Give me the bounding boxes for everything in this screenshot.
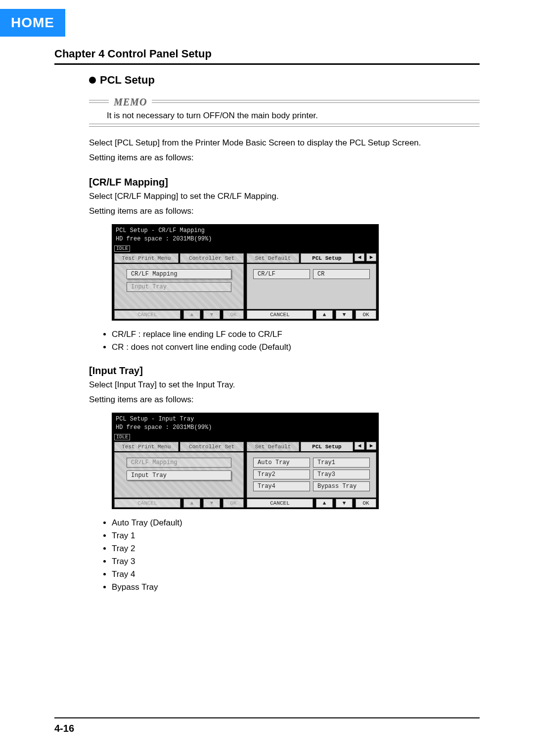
- lcd-tab-set-default[interactable]: Set Default: [247, 442, 299, 451]
- crlf-bullet: CR/LF : replace line ending LF code to C…: [112, 330, 480, 339]
- home-tab[interactable]: HOME: [0, 9, 65, 37]
- crlf-paragraph-1: Select [CR/LF Mapping] to set the CR/LF …: [89, 190, 480, 203]
- lcd-cancel-button-right[interactable]: CANCEL: [247, 310, 313, 319]
- lcd-cancel-button-right[interactable]: CANCEL: [247, 499, 313, 508]
- crlf-bullet: CR : does not convert line ending code (…: [112, 342, 480, 352]
- tray-heading: [Input Tray]: [89, 365, 480, 377]
- lcd-title: PCL Setup - CR/LF Mapping: [114, 227, 376, 235]
- lcd-option-tray2[interactable]: Tray2: [253, 470, 310, 479]
- lcd-option-auto-tray[interactable]: Auto Tray: [253, 458, 310, 468]
- lcd-cancel-button-left[interactable]: CANCEL: [114, 499, 180, 508]
- memo-text: It is not necessary to turn OFF/ON the m…: [89, 108, 480, 124]
- lcd-item-input-tray[interactable]: Input Tray: [127, 471, 231, 480]
- tray-bullet: Tray 1: [112, 531, 480, 541]
- lcd-hd-free: HD free space : 2031MB(99%): [114, 424, 376, 432]
- tray-bullet: Tray 4: [112, 569, 480, 579]
- lcd-nav-right-icon[interactable]: [366, 253, 376, 261]
- lcd-item-input-tray[interactable]: Input Tray: [127, 282, 231, 292]
- lcd-up-button-left[interactable]: [183, 499, 200, 508]
- page-number: 4-16: [54, 723, 74, 734]
- lcd-nav-right-icon[interactable]: [366, 442, 376, 450]
- lcd-option-tray4[interactable]: Tray4: [253, 481, 310, 491]
- lcd-ok-button-left[interactable]: OK: [223, 499, 244, 508]
- crlf-heading: [CR/LF Mapping]: [89, 177, 480, 188]
- tray-paragraph-2: Setting items are as follows:: [89, 393, 480, 406]
- lcd-nav-left-icon[interactable]: [355, 253, 364, 261]
- section-title: PCL Setup: [100, 74, 155, 87]
- lcd-panel-crlf: PCL Setup - CR/LF Mapping HD free space …: [112, 224, 379, 321]
- lcd-ok-button-left[interactable]: OK: [223, 310, 244, 319]
- lcd-cancel-button-left[interactable]: CANCEL: [114, 310, 180, 319]
- tray-paragraph-1: Select [Input Tray] to set the Input Tra…: [89, 378, 480, 391]
- tray-bullet: Bypass Tray: [112, 582, 480, 592]
- lcd-tab-test-print[interactable]: Test Print Menu: [114, 253, 178, 263]
- page-footer-rule: [54, 717, 480, 718]
- lcd-down-button-right[interactable]: [336, 499, 353, 508]
- lcd-tab-set-default[interactable]: Set Default: [247, 253, 299, 263]
- memo-rule-bottom-icon: [89, 124, 480, 127]
- lcd-item-crlf-mapping[interactable]: CR/LF Mapping: [127, 458, 231, 468]
- lcd-tab-test-print[interactable]: Test Print Menu: [114, 442, 178, 451]
- lcd-down-button-right[interactable]: [336, 310, 353, 319]
- chapter-title: Chapter 4 Control Panel Setup: [54, 47, 480, 60]
- lcd-title: PCL Setup - Input Tray: [114, 415, 376, 424]
- lcd-nav-left-icon[interactable]: [355, 442, 364, 450]
- lcd-ok-button-right[interactable]: OK: [356, 310, 376, 319]
- lcd-ok-button-right[interactable]: OK: [356, 499, 376, 508]
- lcd-tab-pcl-setup[interactable]: PCL Setup: [301, 442, 353, 451]
- memo-rule-right-icon: [152, 100, 480, 105]
- lcd-status: IDLE: [114, 245, 130, 252]
- tray-bullet: Auto Tray (Default): [112, 518, 480, 528]
- lcd-down-button-left[interactable]: [203, 499, 220, 508]
- intro-paragraph-1: Select [PCL Setup] from the Printer Mode…: [89, 137, 480, 149]
- tray-bullet: Tray 2: [112, 544, 480, 554]
- intro-paragraph-2: Setting items are as follows:: [89, 151, 480, 164]
- lcd-option-cr[interactable]: CR: [313, 269, 370, 279]
- lcd-up-button-right[interactable]: [316, 499, 333, 508]
- lcd-tab-controller-set[interactable]: Controller Set: [180, 442, 244, 451]
- lcd-tab-pcl-setup[interactable]: PCL Setup: [301, 253, 353, 263]
- lcd-option-tray3[interactable]: Tray3: [313, 470, 370, 479]
- lcd-hd-free: HD free space : 2031MB(99%): [114, 235, 376, 243]
- crlf-paragraph-2: Setting items are as follows:: [89, 205, 480, 218]
- lcd-option-tray1[interactable]: Tray1: [313, 458, 370, 468]
- lcd-tab-controller-set[interactable]: Controller Set: [180, 253, 244, 263]
- lcd-up-button-left[interactable]: [183, 310, 200, 319]
- lcd-up-button-right[interactable]: [316, 310, 333, 319]
- lcd-option-crlf[interactable]: CR/LF: [253, 269, 310, 279]
- lcd-item-crlf-mapping[interactable]: CR/LF Mapping: [127, 269, 231, 279]
- lcd-status: IDLE: [114, 434, 130, 440]
- lcd-option-bypass-tray[interactable]: Bypass Tray: [313, 481, 370, 491]
- memo-rule-left-icon: [89, 100, 109, 105]
- lcd-panel-tray: PCL Setup - Input Tray HD free space : 2…: [112, 413, 379, 509]
- memo-label: MEMO: [114, 96, 147, 108]
- section-bullet-icon: [89, 77, 96, 84]
- tray-bullet: Tray 3: [112, 557, 480, 567]
- lcd-down-button-left[interactable]: [203, 310, 220, 319]
